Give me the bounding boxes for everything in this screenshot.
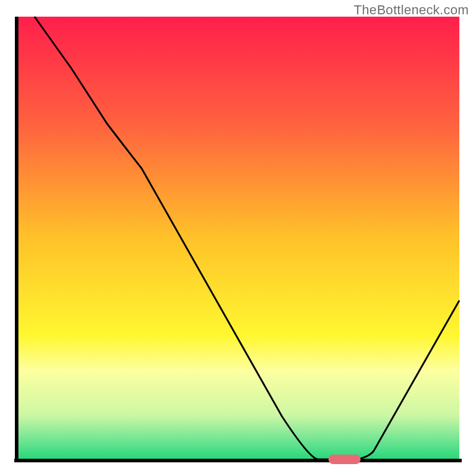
chart-stage: TheBottleneck.com	[0, 0, 476, 476]
optimal-marker	[328, 455, 361, 464]
gradient-background	[17, 17, 459, 459]
watermark-text: TheBottleneck.com	[354, 2, 469, 18]
plot-area	[14, 17, 462, 464]
bottleneck-chart	[0, 0, 476, 476]
